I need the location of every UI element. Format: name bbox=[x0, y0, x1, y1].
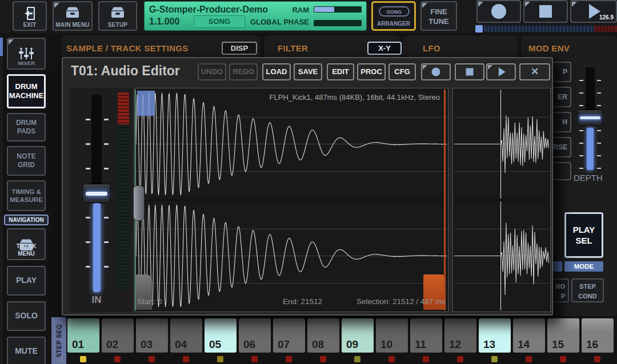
edit-button[interactable]: EDIT bbox=[327, 63, 354, 80]
sidebar-item-mixer[interactable]: MIXER bbox=[7, 38, 46, 70]
proc-button[interactable]: PROC bbox=[357, 63, 386, 80]
step-pad-number: 07 bbox=[278, 338, 290, 351]
step-pad-number: 06 bbox=[243, 338, 255, 351]
step-pad-06[interactable]: 06 bbox=[239, 318, 271, 353]
redo-button[interactable]: REDO bbox=[229, 63, 258, 80]
step-pad-02[interactable]: 02 bbox=[102, 318, 134, 353]
dialog-record-button[interactable] bbox=[421, 63, 451, 80]
sidebar-item-solo[interactable]: SOLO bbox=[7, 301, 46, 331]
save-button[interactable]: SAVE bbox=[294, 63, 322, 80]
fader-handle-glow bbox=[86, 192, 107, 196]
long-press-corner-icon bbox=[423, 65, 427, 70]
play-sel-label-2: SEL bbox=[575, 235, 592, 246]
step-pad-09[interactable]: 09 bbox=[342, 318, 374, 353]
zoom-channel-left[interactable] bbox=[454, 90, 549, 199]
mode-badge: MODE bbox=[564, 261, 603, 272]
selection-end-value: End: 21512 bbox=[283, 297, 322, 306]
exit-label: EXIT bbox=[14, 22, 46, 28]
pad-assign-icon bbox=[217, 356, 223, 362]
dialog-play-button[interactable] bbox=[486, 63, 516, 80]
fader-track bbox=[91, 95, 102, 186]
step-pad-05[interactable]: 05 bbox=[205, 318, 237, 353]
step-pad-04[interactable]: 04 bbox=[170, 318, 202, 353]
stop-icon bbox=[466, 68, 474, 76]
xy-button[interactable]: X-Y bbox=[367, 42, 402, 55]
pad-assign-icon bbox=[457, 356, 463, 362]
record-button[interactable] bbox=[476, 0, 521, 23]
song-position-bar[interactable] bbox=[475, 25, 617, 33]
fader-handle[interactable] bbox=[82, 184, 111, 203]
lcd-project-title: G-Stomper-Producer-Demo bbox=[149, 5, 268, 15]
lcd-mode-button[interactable]: SONG bbox=[194, 15, 245, 28]
stop-button[interactable] bbox=[523, 0, 568, 23]
step-pad-11[interactable]: 11 bbox=[410, 318, 442, 353]
play-button[interactable]: 126.9 bbox=[570, 0, 617, 23]
dialog-stop-button[interactable] bbox=[455, 63, 484, 80]
song-arranger-button[interactable]: SONG ARRANGER bbox=[371, 1, 416, 31]
cfg-button[interactable]: CFG bbox=[388, 63, 416, 80]
timing-label-2: MEASURE bbox=[10, 196, 43, 204]
start-marker-handle[interactable] bbox=[133, 185, 145, 221]
undo-button[interactable]: UNDO bbox=[198, 63, 226, 80]
waveform-channel-right[interactable] bbox=[136, 201, 447, 310]
step-pad-14[interactable]: 14 bbox=[513, 318, 545, 353]
sidebar-item-drum-pads[interactable]: DRUM PADS bbox=[7, 113, 46, 141]
pad-assign-icon bbox=[560, 356, 566, 362]
drum-pads-label-1: DRUM bbox=[16, 119, 37, 127]
long-press-corner-icon bbox=[54, 3, 59, 8]
zoom-channel-right[interactable] bbox=[454, 201, 549, 310]
drawer-icon bbox=[65, 6, 81, 19]
selection-end-line bbox=[444, 90, 446, 310]
step-pad-16[interactable]: 16 bbox=[582, 318, 614, 353]
section-filter: FILTER bbox=[278, 43, 308, 53]
position-segments bbox=[484, 26, 594, 32]
disp-button[interactable]: DISP bbox=[222, 42, 257, 55]
sidebar-item-note-grid[interactable]: NOTE GRID bbox=[7, 146, 46, 176]
step-pad-01[interactable]: 01 bbox=[67, 318, 99, 353]
fine-tune-button[interactable]: FINE TUNE bbox=[420, 1, 457, 31]
mod-env-depth-slider[interactable] bbox=[575, 64, 606, 173]
step-cond-button[interactable]: STEP COND bbox=[571, 278, 604, 302]
waveform-channel-left[interactable]: FLPH_Kick1, 487ms (84KB), 16bit, 44.1kHz… bbox=[136, 90, 447, 199]
step-pad-12[interactable]: 12 bbox=[444, 318, 476, 353]
load-button[interactable]: LOAD bbox=[262, 63, 291, 80]
pad-assign-icon bbox=[526, 356, 532, 362]
waveform-zoom-view[interactable] bbox=[452, 88, 551, 312]
top-bar: EXIT MAIN MENU SETUP G-Stomper-Producer-… bbox=[0, 0, 617, 33]
pad-assign-icon bbox=[320, 356, 326, 362]
sidebar-item-mute[interactable]: MUTE bbox=[7, 337, 46, 364]
sidebar-item-track-menu[interactable]: TRACK MENU bbox=[7, 228, 46, 260]
waveform-main-view[interactable]: FLPH_Kick1, 487ms (84KB), 16bit, 44.1kHz… bbox=[134, 88, 448, 312]
play-sel-label-1: PLAY bbox=[573, 224, 595, 236]
step-pad-07[interactable]: 07 bbox=[273, 318, 305, 353]
play-sel-button[interactable]: PLAY SEL bbox=[564, 212, 603, 258]
main-menu-button[interactable]: MAIN MENU bbox=[53, 1, 93, 31]
long-press-corner-icon bbox=[9, 39, 14, 45]
slider-fill bbox=[587, 128, 594, 170]
record-icon bbox=[491, 4, 506, 19]
step-cond-label-1: STEP bbox=[572, 282, 603, 292]
position-handle[interactable] bbox=[475, 25, 483, 33]
sidebar-item-timing-measure[interactable]: TIMING & MEASURE bbox=[7, 180, 46, 211]
stop-icon bbox=[539, 5, 552, 18]
step-pad-number: 11 bbox=[415, 338, 426, 351]
level-meter bbox=[118, 92, 129, 290]
sidebar-item-drum-machine[interactable]: DRUM MACHINE bbox=[7, 74, 46, 108]
pad-assign-icon bbox=[594, 356, 600, 362]
app-root: EXIT MAIN MENU SETUP G-Stomper-Producer-… bbox=[0, 0, 617, 364]
step-pad-03[interactable]: 03 bbox=[136, 318, 168, 353]
exit-button[interactable]: EXIT bbox=[13, 1, 47, 31]
slider-handle[interactable] bbox=[577, 110, 603, 126]
long-press-corner-icon bbox=[422, 3, 427, 8]
step-pad-13[interactable]: 13 bbox=[479, 318, 511, 353]
close-button[interactable]: ✕ bbox=[519, 63, 550, 80]
selection-start-marker[interactable] bbox=[137, 91, 155, 116]
audio-editor-dialog: T01: Audio Editor UNDO REDO LOAD SAVE ED… bbox=[62, 57, 553, 316]
step-pad-10[interactable]: 10 bbox=[376, 318, 408, 353]
setup-button[interactable]: SETUP bbox=[98, 1, 137, 31]
sidebar-item-play[interactable]: PLAY bbox=[7, 266, 46, 296]
sidebar-scrollbar[interactable] bbox=[0, 37, 3, 364]
step-pad-08[interactable]: 08 bbox=[307, 318, 339, 353]
step-pad-15[interactable]: 15 bbox=[547, 318, 579, 353]
scrollbar-thumb[interactable] bbox=[0, 38, 3, 56]
